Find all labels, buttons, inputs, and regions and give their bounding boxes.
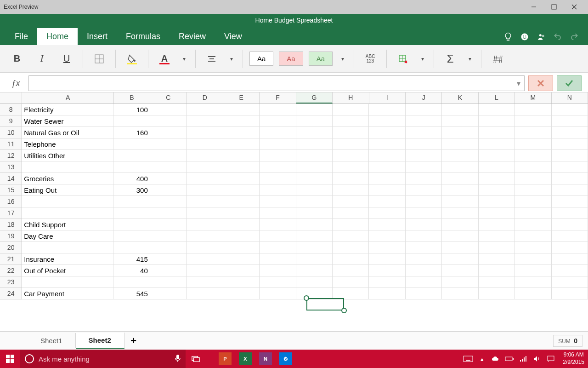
cell[interactable] bbox=[187, 196, 223, 207]
cell[interactable] bbox=[150, 253, 187, 265]
cell[interactable] bbox=[223, 288, 260, 299]
cell[interactable] bbox=[223, 115, 260, 127]
spreadsheet-grid[interactable]: ABCDEFGHIJKLMN 8Electricity1009Water Sew… bbox=[0, 92, 588, 331]
minimize-button[interactable] bbox=[524, 0, 544, 14]
cell[interactable] bbox=[223, 276, 260, 288]
tab-home[interactable]: Home bbox=[37, 28, 78, 45]
cell[interactable] bbox=[296, 138, 333, 150]
undo-icon[interactable] bbox=[549, 29, 566, 45]
tab-review[interactable]: Review bbox=[170, 28, 215, 45]
cell[interactable] bbox=[187, 115, 223, 127]
cell[interactable]: 545 bbox=[113, 288, 150, 299]
cell[interactable] bbox=[333, 196, 369, 207]
cell[interactable] bbox=[406, 161, 442, 173]
row-header[interactable]: 17 bbox=[0, 207, 22, 219]
column-header-B[interactable]: B bbox=[114, 92, 150, 104]
cell[interactable] bbox=[333, 115, 369, 127]
cell[interactable] bbox=[552, 288, 588, 299]
cell[interactable] bbox=[479, 138, 515, 150]
cell[interactable] bbox=[552, 207, 588, 219]
cell[interactable] bbox=[552, 138, 588, 150]
column-header-D[interactable]: D bbox=[187, 92, 223, 104]
cell[interactable] bbox=[296, 276, 333, 288]
column-header-M[interactable]: M bbox=[515, 92, 551, 104]
cell[interactable] bbox=[296, 115, 333, 127]
sheet-tab-1[interactable]: Sheet1 bbox=[28, 333, 76, 348]
row-header[interactable]: 8 bbox=[0, 104, 22, 115]
cell[interactable] bbox=[406, 253, 442, 265]
cell[interactable] bbox=[442, 253, 478, 265]
cell[interactable] bbox=[515, 207, 551, 219]
italic-button[interactable]: I bbox=[31, 49, 52, 69]
cell[interactable] bbox=[406, 196, 442, 207]
cell[interactable] bbox=[515, 127, 551, 138]
cell[interactable] bbox=[515, 230, 551, 242]
mic-icon[interactable] bbox=[175, 354, 181, 364]
cell[interactable] bbox=[515, 150, 551, 161]
row-header[interactable]: 14 bbox=[0, 173, 22, 184]
cell[interactable] bbox=[406, 184, 442, 196]
cell[interactable] bbox=[223, 219, 260, 230]
cell[interactable] bbox=[150, 196, 187, 207]
cell[interactable] bbox=[552, 253, 588, 265]
cell[interactable] bbox=[113, 242, 150, 253]
cell[interactable] bbox=[442, 173, 478, 184]
cell-style-normal[interactable]: Aa bbox=[249, 52, 273, 66]
cell[interactable] bbox=[369, 288, 405, 299]
task-view-button[interactable] bbox=[186, 350, 206, 368]
cell[interactable] bbox=[223, 230, 260, 242]
cell[interactable] bbox=[333, 219, 369, 230]
cell[interactable] bbox=[260, 104, 296, 115]
cell[interactable] bbox=[333, 173, 369, 184]
cell[interactable] bbox=[552, 115, 588, 127]
cell[interactable] bbox=[150, 173, 187, 184]
cell[interactable] bbox=[223, 104, 260, 115]
cell[interactable] bbox=[187, 253, 223, 265]
cell[interactable] bbox=[260, 276, 296, 288]
cell[interactable] bbox=[113, 196, 150, 207]
cell[interactable] bbox=[479, 219, 515, 230]
cell[interactable] bbox=[333, 242, 369, 253]
cell[interactable] bbox=[479, 276, 515, 288]
cell[interactable] bbox=[187, 150, 223, 161]
tab-file[interactable]: File bbox=[6, 28, 37, 45]
tray-chevron-icon[interactable]: ▴ bbox=[476, 356, 487, 362]
cell[interactable]: 100 bbox=[113, 104, 150, 115]
cell[interactable] bbox=[187, 127, 223, 138]
cell[interactable]: Child Support bbox=[22, 219, 113, 230]
onedrive-icon[interactable] bbox=[490, 356, 501, 362]
row-header[interactable]: 23 bbox=[0, 276, 22, 288]
cell[interactable] bbox=[552, 276, 588, 288]
column-header-C[interactable]: C bbox=[150, 92, 187, 104]
column-header-L[interactable]: L bbox=[479, 92, 515, 104]
cell[interactable]: Water Sewer bbox=[22, 115, 113, 127]
cell[interactable] bbox=[260, 184, 296, 196]
cell[interactable] bbox=[150, 115, 187, 127]
battery-icon[interactable] bbox=[504, 356, 515, 362]
cell[interactable] bbox=[406, 207, 442, 219]
column-header-I[interactable]: I bbox=[369, 92, 406, 104]
cell[interactable] bbox=[296, 196, 333, 207]
formula-dropdown-icon[interactable]: ▾ bbox=[517, 79, 520, 88]
close-button[interactable] bbox=[564, 0, 584, 14]
cell[interactable] bbox=[296, 230, 333, 242]
cell[interactable] bbox=[369, 253, 405, 265]
row-header[interactable]: 12 bbox=[0, 150, 22, 161]
cell[interactable] bbox=[552, 173, 588, 184]
cell[interactable] bbox=[113, 276, 150, 288]
cell[interactable] bbox=[515, 173, 551, 184]
cell[interactable]: Out of Pocket bbox=[22, 265, 113, 276]
cell[interactable] bbox=[515, 104, 551, 115]
cell[interactable] bbox=[333, 150, 369, 161]
autosum-button[interactable]: Σ bbox=[440, 49, 461, 69]
cell[interactable] bbox=[260, 161, 296, 173]
cell[interactable] bbox=[296, 127, 333, 138]
column-header-H[interactable]: H bbox=[333, 92, 369, 104]
cell[interactable]: 400 bbox=[113, 173, 150, 184]
tab-view[interactable]: View bbox=[215, 28, 251, 45]
cell[interactable] bbox=[223, 184, 260, 196]
row-header[interactable]: 10 bbox=[0, 127, 22, 138]
cell[interactable] bbox=[223, 150, 260, 161]
cell[interactable] bbox=[22, 242, 113, 253]
cell[interactable] bbox=[223, 253, 260, 265]
